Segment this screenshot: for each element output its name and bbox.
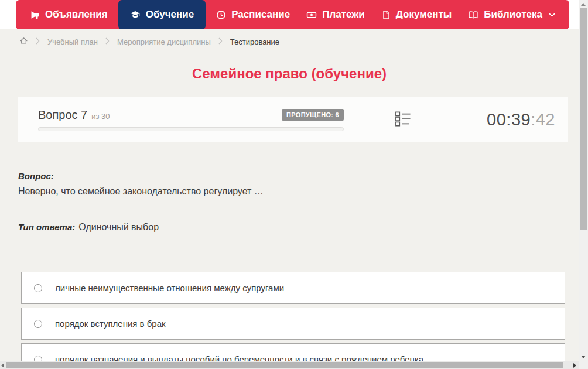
nav-item-label: Платежи — [322, 9, 365, 20]
answer-option-label: личные неимущественные отношения между с… — [55, 283, 284, 293]
countdown-timer: 00:39:42 — [487, 110, 555, 129]
answer-option-1[interactable]: личные неимущественные отношения между с… — [21, 272, 565, 304]
scrollbar-corner — [579, 361, 588, 369]
question-area: Вопрос: Неверно, что семейное законодате… — [18, 171, 557, 233]
chevron-down-icon — [549, 13, 555, 17]
quiz-header-panel: Вопрос 7 из 30 ПРОПУЩЕНО: 6 — [18, 97, 568, 142]
nav-item-label: Документы — [396, 9, 452, 20]
horizontal-scrollbar-thumb[interactable] — [6, 362, 563, 368]
breadcrumb: Учебный план Мероприятие дисциплины Тест… — [19, 36, 279, 47]
question-total: из 30 — [91, 112, 110, 121]
breadcrumb-item-curriculum[interactable]: Учебный план — [47, 37, 98, 46]
breadcrumb-item-testing: Тестирование — [230, 37, 279, 46]
page: Объявления Обучение Расписание — [0, 0, 588, 369]
answer-type-label: Тип ответа: — [18, 222, 75, 232]
nav-item-library[interactable]: Библиотека — [462, 0, 561, 29]
open-book-icon — [468, 10, 478, 20]
radio-button[interactable] — [34, 284, 42, 292]
nav-item-learning[interactable]: Обучение — [118, 0, 206, 29]
question-number: Вопрос 7 — [38, 108, 87, 122]
home-icon[interactable] — [19, 36, 28, 47]
graduation-cap-icon — [130, 10, 141, 20]
answer-option-label: порядок вступления в брак — [55, 319, 166, 329]
skipped-badge: ПРОПУЩЕНО: 6 — [282, 109, 344, 121]
top-navigation: Объявления Обучение Расписание — [16, 0, 569, 29]
nav-item-label: Библиотека — [484, 9, 542, 20]
answer-option-2[interactable]: порядок вступления в брак — [21, 308, 565, 340]
megaphone-icon — [30, 10, 40, 20]
chevron-right-icon — [36, 37, 40, 46]
question-list-icon — [395, 119, 411, 128]
nav-item-documents[interactable]: Документы — [375, 0, 458, 29]
scroll-left-arrow-icon[interactable] — [1, 363, 4, 368]
nav-item-label: Обучение — [146, 9, 194, 20]
question-progress-block: Вопрос 7 из 30 ПРОПУЩЕНО: 6 — [38, 108, 344, 131]
scroll-down-arrow-icon[interactable] — [581, 356, 586, 358]
nav-item-label: Объявления — [45, 9, 108, 20]
answer-type-value: Одиночный выбор — [78, 222, 159, 232]
banknote-icon — [306, 10, 317, 20]
nav-item-label: Расписание — [231, 9, 290, 20]
timer-hours-minutes: 00:39 — [487, 110, 531, 129]
clock-icon — [216, 10, 226, 20]
vertical-scrollbar[interactable] — [579, 0, 588, 361]
timer-seconds: :42 — [531, 110, 555, 129]
page-title: Семейное право (обучение) — [0, 66, 579, 82]
scroll-up-arrow-icon[interactable] — [581, 3, 586, 6]
nav-item-schedule[interactable]: Расписание — [210, 0, 296, 29]
breadcrumb-item-discipline-event[interactable]: Мероприятие дисциплины — [117, 37, 211, 46]
answer-type-row: Тип ответа:Одиночный выбор — [18, 222, 557, 233]
nav-item-announcements[interactable]: Объявления — [24, 0, 114, 29]
horizontal-scrollbar[interactable] — [0, 361, 588, 369]
vertical-scrollbar-thumb[interactable] — [580, 8, 587, 230]
answer-options: личные неимущественные отношения между с… — [21, 272, 565, 369]
chevron-right-icon — [218, 37, 223, 46]
radio-button[interactable] — [34, 320, 42, 328]
nav-item-payments[interactable]: Платежи — [300, 0, 371, 29]
question-label: Вопрос: — [18, 171, 557, 181]
question-text: Неверно, что семейное законодательство р… — [18, 186, 557, 197]
progress-bar — [38, 127, 344, 131]
question-list-button[interactable] — [395, 111, 411, 128]
chevron-right-icon — [105, 37, 110, 46]
scroll-right-arrow-icon[interactable] — [573, 363, 576, 368]
document-icon — [381, 10, 391, 20]
